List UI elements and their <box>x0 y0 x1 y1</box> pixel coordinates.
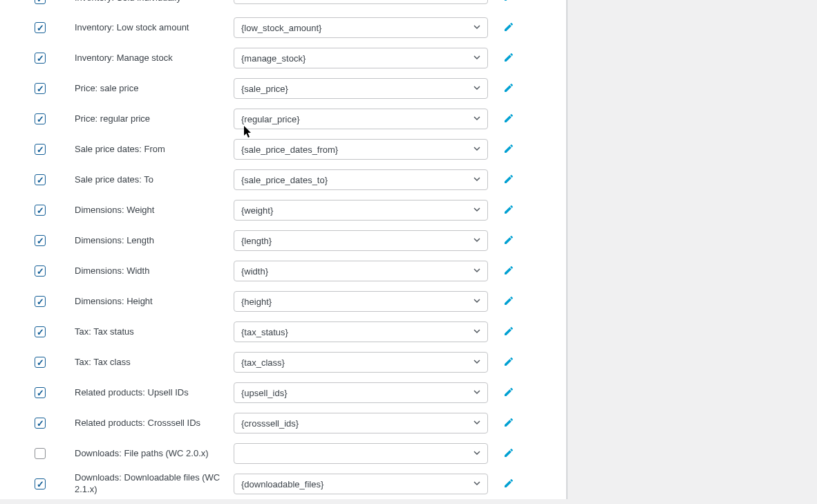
field-value-select[interactable]: {sold_individually} <box>234 0 488 4</box>
edit-pencil-icon[interactable] <box>503 265 514 278</box>
field-label: Dimensions: Width <box>75 265 234 277</box>
chevron-down-icon <box>473 480 480 488</box>
field-label: Related products: Upsell IDs <box>75 387 234 399</box>
edit-pencil-icon[interactable] <box>503 204 514 217</box>
field-enable-checkbox[interactable] <box>35 296 46 307</box>
field-value-text: {sale_price} <box>241 84 288 94</box>
edit-pencil-icon[interactable] <box>503 356 514 369</box>
field-enable-checkbox[interactable] <box>35 387 46 398</box>
field-label: Related products: Crosssell IDs <box>75 418 234 429</box>
field-row: Inventory: Manage stock{manage_stock} <box>0 43 566 73</box>
edit-pencil-icon[interactable] <box>503 447 514 460</box>
field-enable-checkbox[interactable] <box>35 265 46 277</box>
chevron-down-icon <box>473 419 480 427</box>
field-row: Sale price dates: From{sale_price_dates_… <box>0 134 566 165</box>
field-value-text: {height} <box>241 297 272 307</box>
field-row: Tax: Tax class{tax_class} <box>0 347 566 377</box>
chevron-down-icon <box>473 297 480 306</box>
field-label: Price: sale price <box>75 83 234 95</box>
field-value-select[interactable]: {sale_price} <box>234 78 488 99</box>
field-enable-checkbox[interactable] <box>35 326 46 337</box>
edit-pencil-icon[interactable] <box>503 417 514 430</box>
field-value-select[interactable]: {sale_price_dates_to} <box>234 169 488 190</box>
field-row: Price: regular price{regular_price} <box>0 104 566 134</box>
edit-pencil-icon[interactable] <box>503 52 514 65</box>
field-value-select[interactable]: {manage_stock} <box>234 48 488 68</box>
field-label: Inventory: Low stock amount <box>75 22 234 34</box>
field-row: Dimensions: Height{height} <box>0 286 566 317</box>
field-label: Sale price dates: From <box>75 144 234 156</box>
field-label: Downloads: Downloadable files (WC 2.1.x) <box>75 472 234 496</box>
field-label: Inventory: Sold individually <box>75 0 234 4</box>
edit-pencil-icon[interactable] <box>503 143 514 156</box>
field-value-select[interactable]: {low_stock_amount} <box>234 17 488 38</box>
field-enable-checkbox[interactable] <box>35 357 46 368</box>
field-row: Dimensions: Length{length} <box>0 225 566 256</box>
field-row: Inventory: Sold individually{sold_indivi… <box>0 0 566 12</box>
edit-pencil-icon[interactable] <box>503 0 514 4</box>
field-value-select[interactable]: {width} <box>234 261 488 281</box>
field-enable-checkbox[interactable] <box>35 205 46 216</box>
field-row: Sale price dates: To{sale_price_dates_to… <box>0 165 566 195</box>
chevron-down-icon <box>473 449 480 458</box>
field-label: Inventory: Manage stock <box>75 53 234 64</box>
field-value-text: {weight} <box>241 205 273 216</box>
edit-pencil-icon[interactable] <box>503 113 514 126</box>
field-enable-checkbox[interactable] <box>35 478 46 489</box>
field-value-text: {manage_stock} <box>241 53 306 64</box>
field-enable-checkbox[interactable] <box>35 448 46 459</box>
field-value-text: {sale_price_dates_from} <box>241 144 338 155</box>
field-row: Downloads: Downloadable files (WC 2.1.x)… <box>0 469 566 499</box>
edit-pencil-icon[interactable] <box>503 234 514 248</box>
chevron-down-icon <box>473 267 480 275</box>
edit-pencil-icon[interactable] <box>503 478 514 491</box>
field-label: Dimensions: Length <box>75 235 234 247</box>
field-value-select[interactable]: {regular_price} <box>234 109 488 129</box>
field-value-select[interactable]: {upsell_ids} <box>234 382 488 403</box>
field-enable-checkbox[interactable] <box>35 22 46 33</box>
field-value-text: {width} <box>241 266 268 277</box>
field-value-select[interactable]: {tax_status} <box>234 321 488 342</box>
field-value-select[interactable]: {length} <box>234 230 488 251</box>
field-enable-checkbox[interactable] <box>35 418 46 429</box>
field-value-select[interactable]: {crosssell_ids} <box>234 413 488 433</box>
chevron-down-icon <box>473 145 480 153</box>
field-label: Tax: Tax status <box>75 326 234 338</box>
field-value-text: {regular_price} <box>241 114 300 124</box>
field-value-select[interactable] <box>234 443 488 464</box>
field-enable-checkbox[interactable] <box>35 235 46 246</box>
field-enable-checkbox[interactable] <box>35 113 46 124</box>
field-enable-checkbox[interactable] <box>35 53 46 64</box>
chevron-down-icon <box>473 236 480 245</box>
field-enable-checkbox[interactable] <box>35 83 46 94</box>
chevron-down-icon <box>473 328 480 336</box>
edit-pencil-icon[interactable] <box>503 295 514 308</box>
chevron-down-icon <box>473 115 480 123</box>
edit-pencil-icon[interactable] <box>503 386 514 400</box>
field-enable-checkbox[interactable] <box>35 144 46 155</box>
edit-pencil-icon[interactable] <box>503 326 514 339</box>
field-enable-checkbox[interactable] <box>35 174 46 185</box>
field-value-select[interactable]: {weight} <box>234 200 488 221</box>
field-row: Inventory: Low stock amount{low_stock_am… <box>0 12 566 43</box>
chevron-down-icon <box>473 358 480 366</box>
chevron-down-icon <box>473 389 480 397</box>
field-value-select[interactable]: {tax_class} <box>234 352 488 373</box>
field-label: Tax: Tax class <box>75 357 234 368</box>
chevron-down-icon <box>473 206 480 214</box>
field-value-select[interactable]: {height} <box>234 291 488 312</box>
field-value-text: {tax_status} <box>241 327 288 337</box>
edit-pencil-icon[interactable] <box>503 82 514 95</box>
field-value-text: {upsell_ids} <box>241 388 288 398</box>
field-value-select[interactable]: {sale_price_dates_from} <box>234 139 488 160</box>
edit-pencil-icon[interactable] <box>503 174 514 187</box>
field-row: Dimensions: Width{width} <box>0 256 566 286</box>
field-row: Related products: Crosssell IDs{crosssel… <box>0 408 566 438</box>
field-row: Downloads: File paths (WC 2.0.x) <box>0 438 566 469</box>
field-value-text: {crosssell_ids} <box>241 418 299 429</box>
field-value-select[interactable]: {downloadable_files} <box>234 474 488 494</box>
edit-pencil-icon[interactable] <box>503 21 514 35</box>
field-enable-checkbox[interactable] <box>35 0 46 4</box>
field-value-text: {length} <box>241 236 272 246</box>
field-label: Downloads: File paths (WC 2.0.x) <box>75 448 234 460</box>
